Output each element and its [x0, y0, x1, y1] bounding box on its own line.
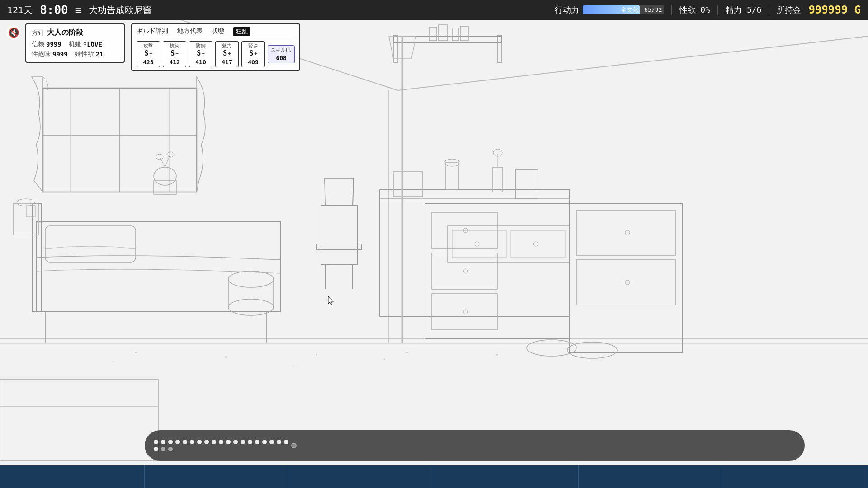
char-stats-row: 信赖 9999 机嫌 ♀LOVE — [32, 40, 118, 48]
action-bar: 全文化 65/92 — [583, 5, 664, 14]
stamina-label: 精力 — [726, 5, 742, 14]
action-bar-text: 全文化 65/92 — [621, 6, 662, 14]
dot-21 — [161, 447, 165, 451]
action-stat: 行动力 全文化 65/92 — [555, 5, 664, 15]
char-stats-row-2: 性趣味 9999 妹性欲 21 — [32, 50, 118, 58]
dot-12 — [233, 440, 238, 444]
taskbar-item-4[interactable] — [434, 465, 579, 488]
dot-17 — [269, 440, 274, 444]
dot-16 — [262, 440, 267, 444]
sister-label: 妹性欲 — [75, 50, 94, 58]
hud-bar: 121天 8:00 ≡ 大功告成欧尼酱 行动力 全文化 65/92 性欲 0% … — [0, 0, 868, 20]
svg-rect-0 — [0, 0, 868, 488]
affection-value: ♀LOVE — [83, 41, 102, 48]
gold-label: 所持金 — [777, 5, 801, 15]
taskbar-item-3[interactable] — [289, 465, 434, 488]
sound-toggle[interactable]: 🔇 — [6, 25, 21, 40]
guild-panel: ギルド評判 地方代表 状態 狂乱 攻撃 S + 423 技術 S + 412 防… — [131, 23, 300, 71]
status-label: 状態 — [212, 27, 224, 36]
taskbar-item-6[interactable] — [723, 465, 868, 488]
dot-5 — [183, 440, 187, 444]
interest-label: 性趣味 — [32, 50, 51, 58]
stat-skillpt: スキルPt 608 — [268, 45, 295, 63]
libido-stat: 性欲 0% — [679, 5, 711, 15]
svg-point-74 — [225, 356, 227, 358]
taskbar-item-5[interactable] — [579, 465, 723, 488]
stamina-stat: 精力 5/6 — [726, 5, 761, 15]
taskbar — [0, 465, 868, 488]
region-label: 地方代表 — [177, 27, 203, 36]
guild-header: ギルド評判 地方代表 状態 狂乱 — [137, 27, 295, 38]
dot-13 — [241, 440, 245, 444]
dot-8 — [204, 440, 209, 444]
svg-point-73 — [135, 352, 137, 353]
stat-attack: 攻撃 S + 423 — [137, 41, 160, 67]
hud-divider-2 — [717, 5, 718, 15]
action-label: 行动力 — [555, 5, 579, 15]
status-badge: 狂乱 — [233, 27, 250, 36]
dot-10 — [219, 440, 223, 444]
sound-icon: 🔇 — [8, 27, 19, 38]
policy-label: 方针 — [32, 29, 44, 37]
taskbar-item-1[interactable] — [0, 465, 145, 488]
taskbar-item-2[interactable] — [145, 465, 289, 488]
hud-divider-1 — [671, 5, 672, 15]
stamina-value: 5/6 — [747, 5, 762, 14]
interest-value: 9999 — [52, 51, 68, 58]
dot-7 — [197, 440, 202, 444]
dialog-progress-dots — [154, 440, 289, 451]
menu-icon[interactable]: ≡ — [75, 5, 81, 16]
guild-stats-row: 攻撃 S + 423 技術 S + 412 防御 S + 410 魅力 — [137, 41, 295, 67]
sister-value: 21 — [96, 51, 104, 58]
time-display: 8:00 — [40, 3, 68, 17]
dialog-bar[interactable] — [145, 430, 805, 461]
interest-stat: 性趣味 9999 — [32, 50, 68, 58]
gold-value: 999999 G — [808, 4, 861, 16]
affection-stat: 机嫌 ♀LOVE — [69, 40, 102, 48]
stat-charm: 魅力 S + 417 — [215, 41, 239, 67]
dot-11 — [226, 440, 231, 444]
dot-9 — [212, 440, 216, 444]
dot-20 — [154, 447, 158, 451]
svg-point-79 — [293, 366, 295, 367]
sister-stat: 妹性欲 21 — [75, 50, 104, 58]
libido-label: 性欲 — [679, 5, 696, 14]
svg-point-80 — [384, 359, 385, 360]
dot-1 — [154, 440, 158, 444]
dot-22 — [168, 447, 173, 451]
dot-15 — [255, 440, 259, 444]
trust-stat: 信赖 9999 — [32, 40, 61, 48]
dialog-position-indicator — [291, 443, 297, 448]
game-scene — [0, 0, 868, 488]
dot-4 — [175, 440, 180, 444]
stat-defense: 防御 S + 410 — [189, 41, 212, 67]
dot-18 — [277, 440, 281, 444]
guild-label: ギルド評判 — [137, 27, 168, 36]
trust-value: 9999 — [46, 41, 61, 48]
svg-point-76 — [406, 352, 408, 353]
trust-label: 信赖 — [32, 40, 44, 48]
affection-label: 机嫌 — [69, 40, 81, 48]
days-counter: 121天 — [7, 4, 33, 16]
dot-2 — [161, 440, 165, 444]
stat-wisdom: 賢さ S + 409 — [241, 41, 265, 67]
stat-technique: 技術 S + 412 — [163, 41, 186, 67]
hud-divider-3 — [769, 5, 769, 15]
dot-3 — [168, 440, 173, 444]
char-title-row: 方针 大人の阶段 — [32, 28, 118, 38]
svg-point-75 — [316, 354, 317, 356]
libido-value: 0% — [700, 5, 710, 14]
dot-6 — [190, 440, 194, 444]
svg-point-77 — [496, 354, 498, 356]
dot-19 — [284, 440, 288, 444]
character-panel: 方针 大人の阶段 信赖 9999 机嫌 ♀LOVE 性趣味 9999 妹性欲 2… — [25, 23, 125, 63]
policy-value: 大人の阶段 — [47, 28, 83, 38]
svg-point-78 — [113, 361, 114, 362]
dot-14 — [248, 440, 252, 444]
room-background — [0, 0, 868, 488]
game-title: 大功告成欧尼酱 — [89, 4, 547, 16]
